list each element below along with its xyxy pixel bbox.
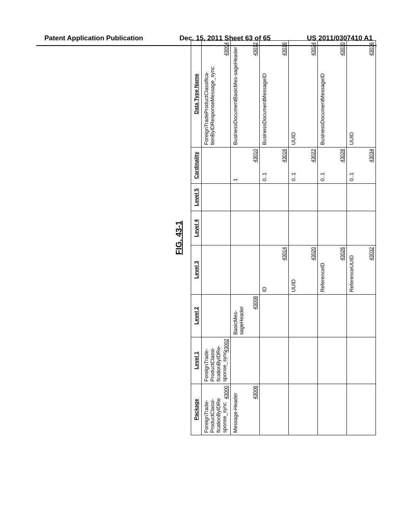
cell-level3: [202, 245, 231, 295]
cell-level4: [202, 211, 231, 245]
cell-level4: [318, 211, 347, 245]
reference-number: 43016: [282, 149, 287, 162]
col-level1: Level 1: [191, 337, 202, 384]
cell-datatype-text: UUID: [290, 43, 296, 145]
reference-number: 43036: [369, 42, 374, 56]
figure-container: FIG. 43-1 Package Level 1 Level 2 Level …: [37, 32, 376, 443]
cell-package: [260, 384, 289, 435]
cell-package: ForeignTrade-ProductClassi-ficationByIDR…: [202, 384, 231, 435]
reference-number: 43018: [282, 42, 287, 56]
cell-package-text: Message-Header: [232, 386, 238, 433]
cell-level3-text: ReferenceID: [319, 247, 325, 292]
cell-level5: [202, 183, 231, 211]
cell-level1: [318, 337, 347, 384]
cell-level3-text: ID: [261, 247, 267, 292]
cell-level5: [231, 183, 260, 211]
cell-level1: [260, 337, 289, 384]
cell-cardinality: [202, 147, 231, 183]
cell-level1: [231, 337, 260, 384]
reference-number: 43012: [252, 42, 258, 56]
cell-level2: BasicMes-sageHeader43008: [231, 294, 260, 337]
schema-table: Package Level 1 Level 2 Level 3 Level 4 …: [191, 40, 376, 435]
reference-number: 43026: [340, 247, 345, 260]
table-header-row: Package Level 1 Level 2 Level 3 Level 4 …: [191, 41, 202, 435]
cell-level3-text: UUID: [290, 247, 296, 292]
reference-number: 43008: [252, 296, 258, 310]
cell-level2: [318, 294, 347, 337]
col-level2: Level 2: [191, 294, 202, 337]
cell-level3: ID43014: [260, 245, 289, 295]
cell-level5: [260, 183, 289, 211]
reference-number: 43032: [369, 247, 374, 260]
cell-datatype: BusinessDocumentMessageID43030: [318, 41, 347, 148]
cell-cardinality-text: 0..1: [348, 150, 355, 181]
table-row: ReferenceUUID430320..143034UUID43036: [347, 41, 376, 435]
cell-datatype: UUID43024: [289, 41, 318, 148]
cell-datatype-text: ForeignTradeProductClassifica-tionByIDRe…: [203, 43, 215, 145]
table-row: UUID430200..143022UUID43024: [289, 41, 318, 435]
reference-number: 43010: [252, 149, 258, 162]
cell-level2-text: BasicMes-sageHeader: [232, 297, 244, 335]
reference-number: 43014: [282, 247, 287, 260]
cell-level3: UUID43020: [289, 245, 318, 295]
cell-datatype: BusinessDocumentBasicMes-sageHeader43012: [231, 41, 260, 148]
cell-package: Message-Header43006: [231, 384, 260, 435]
cell-package: [289, 384, 318, 435]
reference-number: 43006: [252, 386, 258, 399]
table-row: ReferenceID430260..143028BusinessDocumen…: [318, 41, 347, 435]
cell-level5: [347, 183, 376, 211]
cell-level2: [260, 294, 289, 337]
reference-number: 43000: [223, 386, 229, 399]
cell-datatype-text: BusinessDocumentMessageID: [261, 43, 267, 145]
cell-level5: [289, 183, 318, 211]
cell-level2: [202, 294, 231, 337]
reference-number: 43002: [223, 339, 229, 352]
col-datatype: Data Type Name: [191, 41, 202, 148]
cell-level4: [289, 211, 318, 245]
col-package: Package: [191, 384, 202, 435]
col-cardinality: Cardinality: [191, 147, 202, 183]
cell-datatype: BusinessDocumentMessageID43018: [260, 41, 289, 148]
cell-level1: ForeignTrade-ProductClassi-ficationByIDR…: [202, 337, 231, 384]
cell-package: [347, 384, 376, 435]
col-level4: Level 4: [191, 211, 202, 245]
cell-cardinality: 143010: [231, 147, 260, 183]
cell-datatype-text: UUID: [348, 43, 355, 145]
figure-title: FIG. 43-1: [174, 32, 184, 443]
cell-level3: [231, 245, 260, 295]
cell-level4: [260, 211, 289, 245]
cell-cardinality-text: 0..1: [290, 150, 296, 181]
cell-level1: [289, 337, 318, 384]
reference-number: 43028: [340, 149, 345, 162]
reference-number: 43022: [311, 149, 316, 162]
cell-cardinality-text: 0..1: [319, 150, 325, 181]
cell-level3-text: ReferenceUUID: [348, 247, 355, 292]
reference-number: 43030: [340, 42, 345, 56]
cell-cardinality: 0..143022: [289, 147, 318, 183]
cell-datatype-text: BusinessDocumentMessageID: [319, 43, 325, 145]
cell-level1: [347, 337, 376, 384]
cell-datatype: UUID43036: [347, 41, 376, 148]
cell-level3: ReferenceID43026: [318, 245, 347, 295]
cell-datatype: ForeignTradeProductClassifica-tionByIDRe…: [202, 41, 231, 148]
col-level5: Level 5: [191, 183, 202, 211]
reference-number: 43004: [223, 42, 229, 56]
cell-cardinality: 0..143028: [318, 147, 347, 183]
table-row: ForeignTrade-ProductClassi-ficationByIDR…: [202, 41, 231, 435]
reference-number: 43024: [311, 42, 316, 56]
cell-cardinality: 0..143016: [260, 147, 289, 183]
table-body: ForeignTrade-ProductClassi-ficationByIDR…: [202, 41, 376, 435]
cell-level2: [347, 294, 376, 337]
table-row: Message-Header43006BasicMes-sageHeader43…: [231, 41, 260, 435]
cell-cardinality: 0..143034: [347, 147, 376, 183]
cell-level4: [347, 211, 376, 245]
reference-number: 43034: [369, 149, 374, 162]
cell-cardinality-text: 1: [232, 150, 238, 181]
cell-level3: ReferenceUUID43032: [347, 245, 376, 295]
reference-number: 43020: [311, 247, 316, 260]
cell-datatype-text: BusinessDocumentBasicMes-sageHeader: [232, 43, 238, 145]
cell-level4: [231, 211, 260, 245]
col-level3: Level 3: [191, 245, 202, 295]
cell-level5: [318, 183, 347, 211]
table-row: ID430140..143016BusinessDocumentMessageI…: [260, 41, 289, 435]
